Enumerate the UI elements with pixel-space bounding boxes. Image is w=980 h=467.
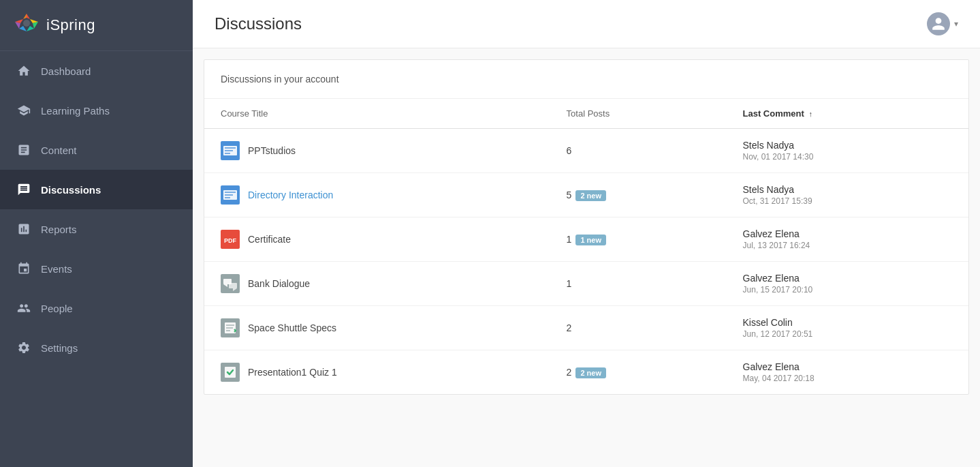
svg-marker-0 (27, 14, 30, 19)
course-title-text: PPTstudios (248, 145, 296, 156)
last-comment-date: Nov, 01 2017 14:30 (743, 152, 952, 162)
sidebar-item-learning-paths[interactable]: Learning Paths (0, 91, 193, 130)
logo-area: iSpring (0, 0, 193, 51)
sidebar-item-dashboard[interactable]: Dashboard (0, 51, 193, 91)
last-comment-date: May, 04 2017 20:18 (743, 374, 952, 383)
content-icon (16, 142, 31, 157)
sidebar-label-reports: Reports (41, 224, 77, 235)
table-header: Course Title Total Posts Last Comment ↑ (204, 99, 968, 129)
graduation-icon (16, 103, 31, 118)
last-comment-cell: Galvez ElenaMay, 04 2017 20:18 (727, 350, 968, 395)
table-row: Presentation1 Quiz 122 newGalvez ElenaMa… (204, 350, 968, 395)
course-title-text: Space Shuttle Specs (248, 322, 336, 333)
table-row: Directory Interaction52 newStels NadyaOc… (204, 173, 968, 217)
page-title: Discussions (215, 14, 302, 33)
content-subtitle: Discussions in your account (204, 60, 968, 99)
sidebar-item-discussions[interactable]: Discussions (0, 170, 193, 209)
total-posts-cell: 22 new (550, 350, 727, 395)
last-comment-name: Stels Nadya (743, 140, 952, 151)
discussions-panel: Discussions in your account Course Title… (204, 59, 969, 395)
svg-rect-11 (225, 147, 236, 149)
svg-rect-28 (226, 325, 234, 326)
svg-rect-24 (229, 283, 237, 288)
topbar: Discussions ▾ (193, 0, 980, 48)
total-posts-cell: 11 new (550, 217, 727, 262)
course-title-cell: Presentation1 Quiz 1 (204, 350, 550, 395)
sidebar-item-people[interactable]: People (0, 288, 193, 328)
sidebar-label-discussions: Discussions (41, 184, 101, 196)
sidebar-item-content[interactable]: Content (0, 130, 193, 170)
settings-icon (16, 340, 31, 355)
course-cell: Directory Interaction (221, 185, 534, 205)
course-cell: Bank Dialogue (221, 274, 534, 293)
course-icon: PDF (221, 230, 240, 249)
discussions-table: Course Title Total Posts Last Comment ↑ … (204, 99, 968, 394)
svg-marker-1 (23, 14, 27, 19)
svg-point-8 (23, 20, 30, 27)
sidebar-item-events[interactable]: Events (0, 249, 193, 288)
table-row: Space Shuttle Specs2Kissel ColinJun, 12 … (204, 306, 968, 350)
course-icon (221, 274, 240, 293)
svg-rect-30 (226, 330, 230, 331)
course-cell: PPTstudios (221, 141, 534, 160)
svg-rect-17 (225, 194, 233, 196)
svg-marker-4 (27, 26, 34, 31)
svg-rect-16 (225, 192, 236, 193)
last-comment-cell: Kissel ColinJun, 12 2017 20:51 (727, 306, 968, 350)
col-course-title: Course Title (204, 99, 550, 129)
table-row: PDF Certificate11 newGalvez ElenaJul, 13… (204, 217, 968, 262)
total-posts-cell: 52 new (550, 173, 727, 217)
ispring-logo-icon (14, 12, 39, 38)
last-comment-date: Jun, 15 2017 20:10 (743, 285, 952, 295)
table-row: PPTstudios6Stels NadyaNov, 01 2017 14:30 (204, 129, 968, 173)
last-comment-name: Kissel Colin (743, 317, 952, 328)
svg-rect-12 (225, 150, 233, 151)
course-cell: PDF Certificate (221, 230, 534, 249)
user-avatar-icon (931, 16, 946, 31)
sidebar: iSpring Dashboard Learning Paths Content (0, 0, 193, 467)
course-title-text: Bank Dialogue (248, 278, 310, 289)
discussions-icon (16, 182, 31, 197)
user-menu[interactable]: ▾ (927, 12, 958, 35)
avatar[interactable] (927, 12, 950, 35)
course-icon (221, 185, 240, 205)
last-comment-date: Oct, 31 2017 15:39 (743, 196, 952, 206)
col-total-posts: Total Posts (550, 99, 727, 129)
total-posts-cell: 6 (550, 129, 727, 173)
sidebar-label-learning-paths: Learning Paths (41, 105, 110, 117)
total-posts-cell: 1 (550, 262, 727, 306)
sidebar-label-dashboard: Dashboard (41, 65, 91, 77)
course-title-cell: Directory Interaction (204, 173, 550, 217)
svg-rect-18 (225, 197, 230, 198)
new-badge: 1 new (575, 235, 606, 245)
course-title-text: Presentation1 Quiz 1 (248, 367, 337, 378)
svg-text:PDF: PDF (224, 237, 237, 244)
sidebar-item-settings[interactable]: Settings (0, 328, 193, 367)
course-title-cell: Space Shuttle Specs (204, 306, 550, 350)
sidebar-label-content: Content (41, 145, 77, 156)
sort-arrow-icon: ↑ (808, 110, 812, 118)
svg-rect-13 (225, 153, 230, 154)
course-title-text: Certificate (248, 234, 291, 245)
total-posts-cell: 2 (550, 306, 727, 350)
course-title-text[interactable]: Directory Interaction (248, 190, 333, 200)
sidebar-item-reports[interactable]: Reports (0, 209, 193, 249)
course-icon (221, 318, 240, 337)
sidebar-label-settings: Settings (41, 342, 78, 354)
last-comment-cell: Galvez ElenaJul, 13 2017 16:24 (727, 217, 968, 262)
course-title-cell: Bank Dialogue (204, 262, 550, 306)
course-cell: Space Shuttle Specs (221, 318, 534, 337)
course-title-cell: PDF Certificate (204, 217, 550, 262)
sidebar-label-events: Events (41, 263, 72, 275)
last-comment-date: Jul, 13 2017 16:24 (743, 241, 952, 250)
course-cell: Presentation1 Quiz 1 (221, 363, 534, 382)
last-comment-cell: Galvez ElenaJun, 15 2017 20:10 (727, 262, 968, 306)
new-badge: 2 new (575, 190, 606, 201)
home-icon (16, 63, 31, 78)
events-icon (16, 261, 31, 276)
new-badge: 2 new (575, 367, 606, 378)
content-area: Discussions in your account Course Title… (193, 48, 980, 467)
course-icon (221, 363, 240, 382)
sidebar-label-people: People (41, 303, 73, 314)
col-last-comment[interactable]: Last Comment ↑ (727, 99, 968, 129)
